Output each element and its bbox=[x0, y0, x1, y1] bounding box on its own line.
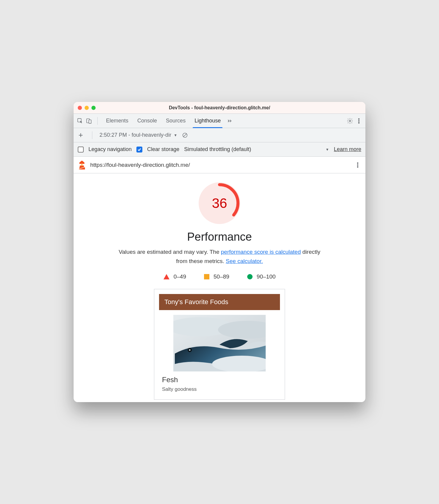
inspect-element-icon[interactable] bbox=[77, 117, 84, 125]
devtools-window: DevTools - foul-heavenly-direction.glitc… bbox=[74, 102, 365, 402]
svg-point-3 bbox=[349, 120, 351, 122]
preview-body: Fesh Salty goodness bbox=[159, 371, 280, 395]
learn-more-link[interactable]: Learn more bbox=[334, 146, 361, 153]
divider bbox=[92, 131, 92, 139]
svg-point-16 bbox=[357, 164, 358, 165]
svg-rect-2 bbox=[89, 120, 91, 123]
minimize-window-button[interactable] bbox=[85, 106, 89, 110]
circle-icon bbox=[247, 274, 253, 279]
svg-point-17 bbox=[357, 166, 358, 167]
close-window-button[interactable] bbox=[78, 106, 82, 110]
preview-item-title: Fesh bbox=[162, 376, 277, 384]
report-url: https://foul-heavenly-direction.glitch.m… bbox=[90, 162, 350, 168]
preview-image bbox=[173, 315, 266, 371]
kebab-menu-icon[interactable] bbox=[354, 161, 361, 169]
svg-point-5 bbox=[358, 120, 359, 121]
see-calculator-link[interactable]: See calculator. bbox=[226, 258, 263, 264]
report-selector[interactable]: 2:50:27 PM - foul-heavenly-dir ▼ bbox=[99, 132, 177, 138]
performance-gauge: 36 bbox=[199, 182, 240, 224]
svg-point-4 bbox=[358, 119, 359, 119]
devtools-tab-bar: Elements Console Sources Lighthouse bbox=[74, 114, 365, 128]
preview-heading: Tony's Favorite Foods bbox=[159, 294, 280, 310]
traffic-lights bbox=[78, 106, 96, 110]
svg-point-15 bbox=[357, 163, 358, 164]
triangle-icon bbox=[164, 274, 169, 279]
tab-lighthouse[interactable]: Lighthouse bbox=[191, 114, 224, 128]
svg-rect-11 bbox=[81, 164, 83, 165]
preview-item-subtitle: Salty goodness bbox=[162, 386, 277, 392]
lighthouse-report: 36 Performance Values are estimated and … bbox=[74, 173, 365, 402]
svg-point-23 bbox=[189, 349, 191, 351]
report-url-bar: https://foul-heavenly-direction.glitch.m… bbox=[74, 157, 365, 173]
desc-text: Values are estimated and may vary. The bbox=[119, 249, 221, 255]
clear-icon[interactable] bbox=[181, 132, 189, 139]
legacy-navigation-checkbox[interactable] bbox=[78, 147, 84, 153]
performance-heading: Performance bbox=[187, 231, 252, 243]
lighthouse-options-bar: Legacy navigation Clear storage Simulate… bbox=[74, 142, 365, 157]
kebab-menu-icon[interactable] bbox=[355, 117, 362, 125]
score-legend: 0–49 50–89 90–100 bbox=[164, 273, 276, 280]
svg-line-8 bbox=[183, 133, 187, 137]
gear-icon[interactable] bbox=[346, 117, 354, 125]
report-selector-label: 2:50:27 PM - foul-heavenly-dir bbox=[99, 132, 171, 138]
tab-sources[interactable]: Sources bbox=[162, 114, 189, 128]
filmstrip-preview-card: Tony's Favorite Foods bbox=[154, 289, 285, 400]
chevron-down-icon: ▼ bbox=[174, 133, 177, 137]
performance-score: 36 bbox=[199, 182, 240, 224]
throttling-label: Simulated throttling (default) bbox=[184, 146, 251, 153]
square-icon bbox=[204, 274, 209, 279]
svg-marker-9 bbox=[80, 161, 85, 164]
legend-high: 90–100 bbox=[247, 273, 275, 280]
score-calc-link[interactable]: performance score is calculated bbox=[221, 249, 301, 255]
legend-mid-label: 50–89 bbox=[214, 273, 229, 280]
tab-console[interactable]: Console bbox=[134, 114, 161, 128]
lighthouse-icon bbox=[78, 161, 86, 169]
legend-low-label: 0–49 bbox=[174, 273, 186, 280]
chevron-down-icon[interactable]: ▼ bbox=[326, 147, 329, 152]
tab-elements[interactable]: Elements bbox=[102, 114, 132, 128]
legend-low: 0–49 bbox=[164, 273, 186, 280]
legend-mid: 50–89 bbox=[204, 273, 229, 280]
maximize-window-button[interactable] bbox=[91, 106, 96, 110]
legacy-navigation-label: Legacy navigation bbox=[88, 146, 132, 153]
clear-storage-label: Clear storage bbox=[147, 146, 179, 153]
clear-storage-checkbox[interactable] bbox=[136, 147, 142, 153]
window-titlebar: DevTools - foul-heavenly-direction.glitc… bbox=[74, 102, 365, 114]
new-report-button[interactable]: + bbox=[77, 130, 85, 140]
device-toggle-icon[interactable] bbox=[85, 117, 93, 125]
more-tabs-icon[interactable] bbox=[226, 117, 233, 125]
svg-point-6 bbox=[358, 122, 359, 123]
divider bbox=[97, 117, 98, 125]
legend-high-label: 90–100 bbox=[257, 273, 275, 280]
window-title: DevTools - foul-heavenly-direction.glitc… bbox=[74, 105, 365, 111]
lighthouse-toolbar: + 2:50:27 PM - foul-heavenly-dir ▼ bbox=[74, 128, 365, 142]
performance-description: Values are estimated and may vary. The p… bbox=[112, 248, 327, 266]
